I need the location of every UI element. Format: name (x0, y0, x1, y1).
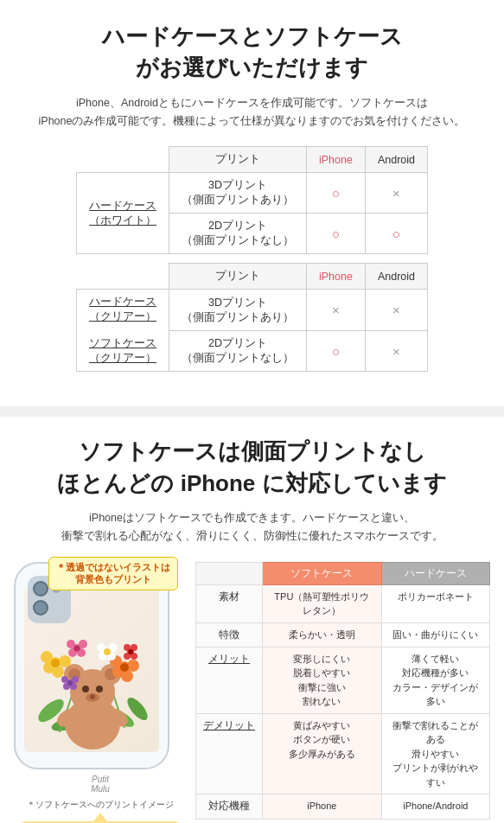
svg-point-24 (59, 655, 71, 667)
phone-brand-text: PutitMulu (14, 775, 187, 794)
table1-row2-android: ○ (365, 214, 427, 254)
phone-sticker: ＊透過ではないイラストは背景色もプリント (48, 557, 178, 590)
svg-point-21 (41, 651, 53, 663)
table1-wrapper: プリント iPhone Android ハードケース（ホワイト） 3Dプリント（… (17, 146, 487, 254)
table2-left-label: ハードケース（クリアー） ソフトケース（クリアー） (76, 290, 169, 372)
table2: プリント iPhone Android ハードケース（クリアー） ソフトケース（… (76, 263, 428, 372)
right-column: ソフトケース ハードケース 素材TPU（熱可塑性ポリウレタン）ポリカーボネート特… (195, 562, 490, 820)
spec-col-soft: ソフトケース (263, 562, 382, 584)
svg-point-45 (61, 676, 68, 683)
bottom-content: ＊透過ではないイラストは背景色もプリント (14, 562, 490, 823)
table2-row2-iphone: ○ (306, 330, 365, 372)
spec-row-label-4: 対応機種 (196, 794, 263, 819)
phone-column: ＊透過ではないイラストは背景色もプリント (14, 562, 187, 823)
camera-lens-1 (33, 581, 48, 597)
table1-col-iphone: iPhone (306, 147, 365, 173)
spec-row-hard-0: ポリカーボネート (381, 584, 489, 622)
spec-row-label-3: デメリット (196, 713, 263, 794)
table1-row2-iphone: ○ (306, 214, 365, 254)
hard-white-link[interactable]: ハードケース（ホワイト） (89, 200, 156, 226)
spec-row-label-1: 特徴 (196, 622, 263, 647)
svg-point-29 (121, 670, 133, 682)
table2-col-print: プリント (169, 264, 306, 290)
table1-col-print: プリント (169, 147, 306, 173)
spec-row-4: 対応機種iPhoneiPhone/Android (196, 794, 490, 819)
svg-point-33 (67, 640, 75, 648)
bottom-section: ソフトケースは側面プリントなしほとんどの iPhone に対応しています iPh… (0, 417, 504, 823)
spec-row-soft-4: iPhone (263, 794, 382, 819)
svg-point-49 (67, 680, 73, 686)
table1-col-android: Android (365, 147, 427, 173)
svg-point-25 (51, 659, 60, 667)
table1-row1-iphone: ○ (306, 173, 365, 214)
table2-wrapper: プリント iPhone Android ハードケース（クリアー） ソフトケース（… (17, 263, 487, 372)
spec-row-1: 特徴柔らかい・透明固い・曲がりにくい (196, 622, 490, 647)
spec-row-soft-2: 変形しにくい脱着しやすい衝撃に強い割れない (263, 647, 382, 713)
table2-row1-iphone: × (306, 290, 365, 331)
spec-row-hard-3: 衝撃で割れることがある滑りやすいプリントが剥がれやすい (381, 713, 489, 794)
section-divider (0, 406, 504, 417)
top-section: ハードケースとソフトケースがお選びいただけます iPhone、Androidとも… (0, 0, 504, 398)
svg-point-15 (96, 686, 103, 692)
bottom-desc: iPhoneはソフトケースでも作成できます。ハードケースと違い、衝撃で割れる心配… (14, 509, 490, 546)
table1: プリント iPhone Android ハードケース（ホワイト） 3Dプリント（… (76, 146, 428, 254)
spec-row-2: メリット変形しにくい脱着しやすい衝撃に強い割れない薄くて軽い対応機種が多いカラー… (196, 647, 490, 713)
svg-point-31 (120, 663, 129, 672)
top-title: ハードケースとソフトケースがお選びいただけます (17, 21, 487, 84)
spec-table: ソフトケース ハードケース 素材TPU（熱可塑性ポリウレタン）ポリカーボネート特… (195, 562, 490, 820)
svg-point-55 (128, 649, 133, 654)
table1-row1-android: × (365, 173, 427, 214)
spec-row-soft-0: TPU（熱可塑性ポリウレタン） (263, 584, 382, 622)
spec-row-soft-1: 柔らかい・透明 (263, 622, 382, 647)
spec-row-label-2: メリット (196, 647, 263, 713)
svg-point-48 (72, 676, 79, 683)
spec-row-0: 素材TPU（熱可塑性ポリウレタン）ポリカーボネート (196, 584, 490, 622)
table2-row1-print: 3Dプリント（側面プリントあり） (169, 290, 306, 331)
phone-frame: ＊透過ではないイラストは背景色もプリント (14, 562, 169, 769)
svg-point-36 (79, 640, 87, 648)
svg-point-23 (52, 666, 64, 678)
table2-row2-android: × (365, 330, 427, 372)
top-desc: iPhone、Androidともにハードケースを作成可能です。ソフトケースはiP… (17, 94, 487, 131)
table1-row1-print: 3Dプリント（側面プリントあり） (169, 173, 306, 214)
table2-row1-android: × (365, 290, 427, 331)
table1-left-label: ハードケース（ホワイト） (76, 173, 169, 254)
table2-row2-print: 2Dプリント（側面プリントなし） (169, 330, 306, 372)
table2-col-iphone: iPhone (306, 264, 365, 290)
svg-point-17 (90, 694, 95, 699)
bottom-title: ソフトケースは側面プリントなしほとんどの iPhone に対応しています (14, 436, 490, 499)
spec-col-hard: ハードケース (381, 562, 489, 584)
spec-row-label-0: 素材 (196, 584, 263, 622)
phone-caption: ＊ソフトケースへのプリントイメージ (14, 799, 187, 811)
spec-row-hard-1: 固い・曲がりにくい (381, 622, 489, 647)
svg-point-30 (127, 660, 139, 672)
spec-row-hard-2: 薄くて軽い対応機種が多いカラー・デザインが多い (381, 647, 489, 713)
hard-clear-link[interactable]: ハードケース（クリアー） (89, 296, 156, 322)
svg-point-14 (82, 686, 89, 692)
camera-lens-2 (33, 600, 48, 616)
spec-row-3: デメリット黄ばみやすいボタンが硬い多少厚みがある衝撃で割れることがある滑りやすい… (196, 713, 490, 794)
table2-col-android: Android (365, 264, 427, 290)
svg-point-43 (104, 648, 111, 655)
soft-clear-link[interactable]: ソフトケース（クリアー） (89, 337, 156, 364)
spec-empty-header (196, 562, 263, 584)
spec-row-hard-4: iPhone/Android (381, 794, 489, 819)
spec-row-soft-3: 黄ばみやすいボタンが硬い多少厚みがある (263, 713, 382, 794)
svg-point-37 (73, 646, 80, 652)
table1-row2-print: 2Dプリント（側面プリントなし） (169, 214, 306, 254)
